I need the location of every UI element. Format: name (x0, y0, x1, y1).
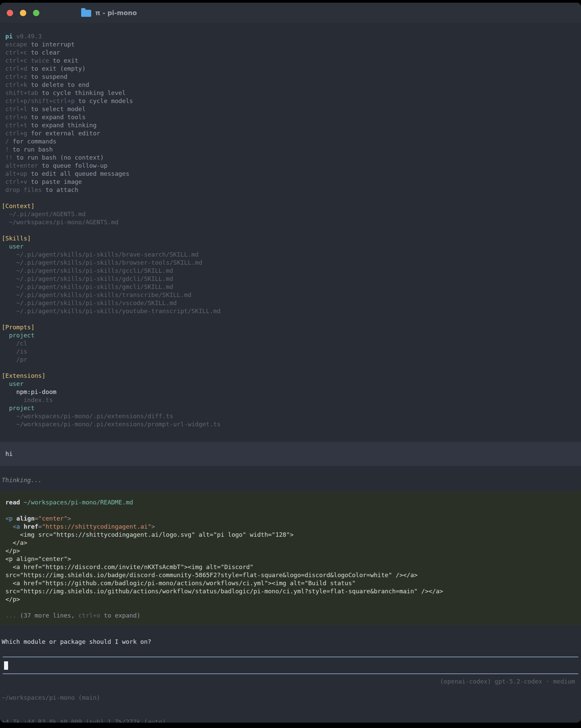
help-block: pi v0.49.3 escape to interrupt ctrl+c to… (2, 32, 579, 194)
terminal-window: π - pi-mono pi v0.49.3 escape to interru… (0, 3, 581, 723)
text-cursor (4, 661, 8, 670)
window-title: π - pi-mono (95, 9, 137, 17)
title-group: π - pi-mono (81, 9, 137, 17)
user-message-text: hi (5, 450, 13, 457)
skills-section: [Skills] user ~/.pi/agent/skills/pi-skil… (2, 234, 579, 315)
terminal-content: pi v0.49.3 escape to interrupt ctrl+c to… (0, 23, 581, 685)
desktop-background: π - pi-mono pi v0.49.3 escape to interru… (0, 0, 581, 728)
status-bar: ~/workspaces/pi-mono (main) ↑4.7k ↓44 R3… (2, 674, 579, 685)
zoom-button[interactable] (33, 10, 39, 16)
minimize-button[interactable] (20, 10, 26, 16)
traffic-lights (7, 10, 39, 16)
model-info: (openai-codex) gpt-5.2-codex · medium (440, 677, 575, 685)
prompts-section: [Prompts] project /cl /is /pr (2, 323, 579, 364)
assistant-question: Which module or package should I work on… (2, 638, 579, 646)
prompt-input[interactable] (3, 657, 578, 674)
extensions-section: [Extensions] user npm:pi-doom index.ts p… (2, 372, 579, 428)
folder-icon (81, 10, 91, 17)
status-left: ~/workspaces/pi-mono (main) ↑4.7k ↓44 R3… (2, 677, 166, 685)
cwd-branch: ~/workspaces/pi-mono (main) (2, 694, 166, 702)
thinking-indicator: Thinking... (2, 476, 579, 484)
user-message: hi (0, 442, 581, 466)
context-section: [Context] ~/.pi/agent/AGENTS.md ~/worksp… (2, 202, 579, 226)
titlebar[interactable]: π - pi-mono (0, 3, 581, 23)
close-button[interactable] (7, 10, 13, 16)
tool-output-block: read ~/workspaces/pi-mono/README.md <p a… (0, 491, 581, 625)
usage-stats: ↑4.7k ↓44 R3.8k $0.009 (sub) 1.7%/272k (… (2, 718, 166, 723)
